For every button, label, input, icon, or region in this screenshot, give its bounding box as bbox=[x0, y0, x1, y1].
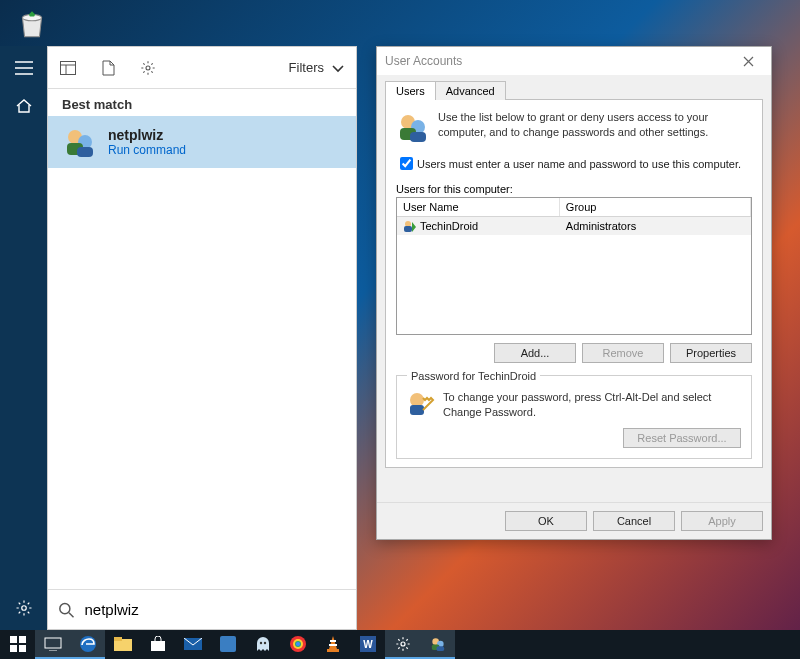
taskbar[interactable]: W bbox=[0, 630, 800, 659]
search-panel: Filters Best match netplwiz Run command bbox=[47, 46, 357, 630]
tab-advanced[interactable]: Advanced bbox=[435, 81, 506, 100]
taskbar-mail[interactable] bbox=[175, 630, 210, 659]
taskbar-settings[interactable] bbox=[385, 630, 420, 659]
svg-point-3 bbox=[146, 66, 150, 70]
home-icon[interactable] bbox=[8, 90, 40, 122]
ok-button[interactable]: OK bbox=[505, 511, 587, 531]
filters-button[interactable]: Filters bbox=[289, 60, 346, 75]
taskbar-edge[interactable] bbox=[70, 630, 105, 659]
svg-rect-16 bbox=[410, 405, 424, 415]
search-icon bbox=[58, 601, 74, 619]
svg-point-39 bbox=[401, 642, 405, 646]
require-password-checkbox[interactable]: Users must enter a user name and passwor… bbox=[396, 154, 752, 173]
svg-rect-34 bbox=[327, 649, 339, 652]
svg-point-8 bbox=[60, 603, 70, 613]
settings-gear-icon[interactable] bbox=[8, 592, 40, 624]
svg-rect-36 bbox=[329, 644, 337, 646]
start-rail bbox=[0, 46, 47, 630]
taskbar-taskview[interactable] bbox=[35, 630, 70, 659]
tab-users-content: Use the list below to grant or deny user… bbox=[385, 99, 763, 468]
svg-rect-17 bbox=[10, 636, 17, 643]
svg-point-15 bbox=[410, 393, 424, 407]
svg-rect-12 bbox=[410, 132, 426, 142]
taskbar-netplwiz[interactable] bbox=[420, 630, 455, 659]
users-list-label: Users for this computer: bbox=[396, 183, 752, 195]
svg-rect-35 bbox=[330, 640, 336, 642]
taskbar-store[interactable] bbox=[140, 630, 175, 659]
svg-rect-14 bbox=[404, 226, 412, 232]
properties-button[interactable]: Properties bbox=[670, 343, 752, 363]
user-name-cell: TechinDroid bbox=[420, 220, 478, 232]
result-title: netplwiz bbox=[108, 127, 186, 143]
result-subtitle: Run command bbox=[108, 143, 186, 157]
cancel-button[interactable]: Cancel bbox=[593, 511, 675, 531]
dialog-titlebar[interactable]: User Accounts bbox=[377, 47, 771, 75]
document-icon[interactable] bbox=[88, 48, 128, 88]
users-icon bbox=[62, 124, 98, 160]
svg-point-28 bbox=[259, 641, 261, 643]
reset-password-button[interactable]: Reset Password... bbox=[623, 428, 741, 448]
apps-icon[interactable] bbox=[48, 48, 88, 88]
column-group[interactable]: Group bbox=[560, 198, 751, 216]
hamburger-icon[interactable] bbox=[8, 52, 40, 84]
password-text: To change your password, press Ctrl-Alt-… bbox=[443, 390, 741, 420]
taskbar-app-blue[interactable] bbox=[210, 630, 245, 659]
svg-rect-2 bbox=[61, 61, 76, 74]
password-group: Password for TechinDroid To change your … bbox=[396, 375, 752, 459]
remove-button[interactable]: Remove bbox=[582, 343, 664, 363]
close-button[interactable] bbox=[733, 50, 763, 72]
password-group-legend: Password for TechinDroid bbox=[407, 370, 540, 382]
tab-users[interactable]: Users bbox=[385, 81, 436, 100]
key-icon bbox=[407, 390, 435, 418]
best-match-header: Best match bbox=[48, 89, 356, 116]
svg-rect-20 bbox=[19, 645, 26, 652]
gear-icon[interactable] bbox=[128, 48, 168, 88]
tab-strip: Users Advanced bbox=[385, 81, 763, 100]
user-row[interactable]: TechinDroid Administrators bbox=[397, 217, 751, 235]
svg-rect-25 bbox=[151, 641, 165, 651]
filters-label: Filters bbox=[289, 60, 324, 75]
taskbar-chrome[interactable] bbox=[280, 630, 315, 659]
search-input-row bbox=[48, 589, 356, 629]
description-text: Use the list below to grant or deny user… bbox=[438, 110, 752, 140]
taskbar-vlc[interactable] bbox=[315, 630, 350, 659]
search-toolbar: Filters bbox=[48, 47, 356, 89]
user-group-cell: Administrators bbox=[560, 217, 751, 235]
column-username[interactable]: User Name bbox=[397, 198, 560, 216]
svg-text:W: W bbox=[363, 639, 373, 650]
svg-rect-27 bbox=[220, 636, 236, 652]
search-input[interactable] bbox=[82, 600, 346, 619]
recycle-bin[interactable] bbox=[14, 4, 50, 44]
svg-point-1 bbox=[21, 606, 26, 611]
add-button[interactable]: Add... bbox=[494, 343, 576, 363]
require-password-input[interactable] bbox=[400, 157, 413, 170]
dialog-footer: OK Cancel Apply bbox=[377, 502, 771, 539]
taskbar-app-ghost[interactable] bbox=[245, 630, 280, 659]
svg-rect-43 bbox=[436, 646, 444, 651]
users-icon bbox=[396, 110, 430, 144]
taskbar-explorer[interactable] bbox=[105, 630, 140, 659]
dialog-title: User Accounts bbox=[385, 54, 462, 68]
start-button[interactable] bbox=[0, 630, 35, 659]
svg-point-33 bbox=[296, 642, 300, 646]
svg-point-29 bbox=[263, 641, 265, 643]
apply-button[interactable]: Apply bbox=[681, 511, 763, 531]
svg-rect-19 bbox=[10, 645, 17, 652]
svg-rect-21 bbox=[45, 638, 61, 648]
user-icon bbox=[403, 220, 417, 232]
svg-rect-18 bbox=[19, 636, 26, 643]
user-accounts-dialog: User Accounts Users Advanced Use the lis… bbox=[376, 46, 772, 540]
taskbar-word[interactable]: W bbox=[350, 630, 385, 659]
require-password-label: Users must enter a user name and passwor… bbox=[417, 158, 741, 170]
users-list[interactable]: User Name Group TechinDroid Administrato… bbox=[396, 197, 752, 335]
svg-rect-24 bbox=[114, 637, 122, 641]
svg-rect-7 bbox=[77, 147, 93, 157]
search-result-netplwiz[interactable]: netplwiz Run command bbox=[48, 116, 356, 168]
